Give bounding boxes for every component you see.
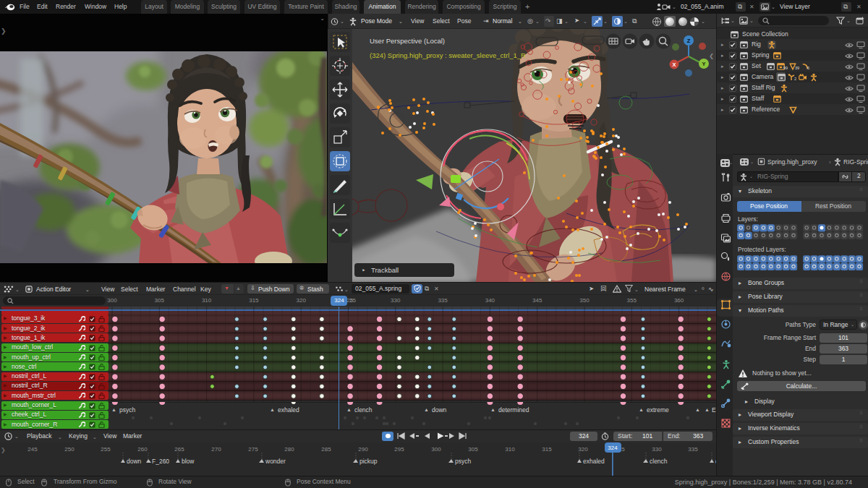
svg-text:280: 280 — [284, 446, 294, 453]
svg-text:320: 320 — [578, 446, 588, 453]
svg-text:wonder: wonder — [265, 458, 286, 465]
svg-text:335: 335 — [688, 446, 698, 453]
svg-text:User Perspective (Local): User Perspective (Local) — [370, 37, 445, 45]
svg-text:‣: ‣ — [362, 267, 365, 274]
svg-text:Trackball: Trackball — [371, 266, 399, 274]
svg-text:down: down — [127, 458, 142, 465]
svg-text:X: X — [672, 61, 676, 68]
svg-text:❯: ❯ — [1, 27, 7, 35]
svg-text:295: 295 — [394, 446, 404, 453]
svg-text:324: 324 — [608, 445, 618, 451]
svg-text:310: 310 — [505, 446, 515, 453]
svg-text:270: 270 — [211, 446, 221, 453]
svg-text:Y: Y — [702, 61, 705, 67]
svg-text:275: 275 — [248, 446, 258, 453]
svg-text:265: 265 — [174, 446, 184, 453]
svg-text:305: 305 — [468, 446, 478, 453]
svg-text:300: 300 — [431, 446, 441, 453]
svg-text:❯: ❯ — [1, 447, 6, 453]
svg-text:F_260: F_260 — [152, 458, 169, 465]
svg-text:255: 255 — [101, 446, 111, 453]
svg-text:260: 260 — [137, 446, 148, 453]
svg-text:psych: psych — [455, 458, 471, 465]
svg-text:315: 315 — [542, 446, 552, 453]
svg-text:pickup: pickup — [359, 458, 378, 465]
svg-text:(324) Spring.high_proxy : swea: (324) Spring.high_proxy : sweater_sleeve… — [370, 51, 526, 59]
svg-text:exhaled: exhaled — [583, 458, 605, 465]
svg-text:250: 250 — [64, 446, 75, 453]
svg-text:clench: clench — [650, 458, 668, 465]
svg-text:290: 290 — [358, 446, 368, 453]
svg-text:285: 285 — [321, 446, 331, 453]
svg-text:blow: blow — [182, 458, 195, 465]
svg-text:Z: Z — [687, 38, 691, 44]
svg-text:❮: ❮ — [709, 53, 714, 59]
svg-text:245: 245 — [27, 446, 38, 453]
svg-text:⌄: ⌄ — [320, 15, 325, 22]
svg-text:do: do — [715, 458, 716, 465]
svg-text:330: 330 — [652, 446, 662, 453]
